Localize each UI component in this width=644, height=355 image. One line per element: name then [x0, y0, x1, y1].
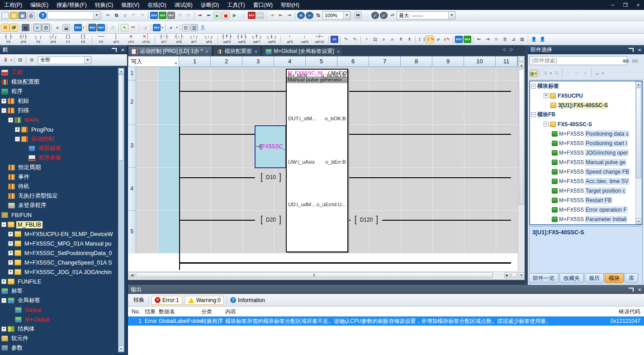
tree-item-事件[interactable]: 事件: [0, 172, 127, 182]
tree-item-M+FX5SSC_SetPositioningData_0[interactable]: +M+FX5SSC_SetPositioningData_0: [0, 248, 127, 258]
menu-item-7[interactable]: 诊断(D): [197, 0, 223, 10]
form-window-icon[interactable]: ⊡: [182, 24, 189, 31]
indent-left-icon[interactable]: ⇤: [475, 36, 483, 43]
module-fb-item[interactable]: M+FX5SSPositioning data s: [530, 129, 642, 138]
tree-item-M+FX5UCPU-EN_SLMP_DeviceW[interactable]: +M+FX5UCPU-EN_SLMP_DeviceW: [0, 229, 127, 239]
ladder-symbol-caF5[interactable]: ↓caF5: [297, 34, 312, 45]
ladder-symbol-aF7[interactable]: ┐↑┌aF7: [186, 34, 201, 45]
ladder-symbol-saF8[interactable]: ┐⇓┌saF8: [264, 34, 279, 45]
ladder-symbol-saF5[interactable]: ┤⇑├saF5: [219, 34, 234, 45]
information-filter-button[interactable]: ? Information: [230, 297, 265, 303]
ladder-symbol-saF6[interactable]: ┤⇓├saF6: [234, 34, 249, 45]
maximize-icon[interactable]: ❐: [621, 0, 630, 10]
module-folder-FX5-40SSC-S[interactable]: −FX5-40SSC-S: [530, 119, 642, 129]
menu-item-3[interactable]: 转换(C): [91, 0, 118, 10]
ladder-symbol-F9[interactable]: ──F9: [94, 34, 109, 45]
edit-coil-icon[interactable]: ✎: [351, 36, 359, 43]
tree-item-运动控制[interactable]: −运动控制: [0, 134, 127, 144]
close-tab-icon[interactable]: ×: [205, 49, 208, 54]
module-fb-item[interactable]: M+FX5SSManual pulse ge: [530, 157, 642, 167]
menu-item-4[interactable]: 视图(V): [117, 0, 143, 10]
expand-icon[interactable]: +: [1, 99, 6, 104]
pin-icon[interactable]: [112, 48, 117, 52]
output-col-3[interactable]: 分类: [201, 307, 212, 317]
scroll-down-icon[interactable]: ▼: [519, 272, 524, 278]
find-doc2-icon[interactable]: ⌕: [388, 36, 396, 43]
eraser-gray-icon[interactable]: ◪: [141, 24, 149, 31]
module-section-模块FB[interactable]: −模块FB: [530, 110, 642, 119]
st-inline-icon[interactable]: ST: [331, 36, 338, 43]
expand-icon[interactable]: +: [8, 241, 13, 246]
ladder-symbol-F6[interactable]: ┐ ┌F6: [31, 34, 46, 45]
menu-item-0[interactable]: 工程(P): [0, 0, 26, 10]
help-icon[interactable]: ?: [39, 12, 47, 19]
io-check-icon[interactable]: I/O: [129, 24, 137, 31]
ladder-symbol-F5[interactable]: ┤ ├F5: [1, 34, 16, 45]
parts-tab-部件一览[interactable]: 部件一览: [529, 273, 559, 283]
tree-item-MAIN[interactable]: −MAIN: [0, 115, 127, 125]
tree-item-FB-FUN[interactable]: FB/FUN: [0, 210, 127, 220]
device-eye-icon[interactable]: DEV: [153, 24, 161, 31]
find-settings-icon[interactable]: ⌕: [167, 24, 175, 31]
indent-right-icon[interactable]: ⇥: [484, 36, 492, 43]
document-tab-0[interactable]: 运动控制 [PRG] [LD] 1步 *×: [128, 46, 212, 56]
user-gray-icon[interactable]: 👤: [199, 24, 207, 31]
collapse-list-icon[interactable]: ⊟: [553, 70, 560, 77]
editor-horizontal-scrollbar[interactable]: ◀ ⦀ ▶: [128, 271, 518, 279]
module-fb-item[interactable]: M+FX5SSSpeed change FB: [530, 167, 642, 176]
device-gray-icon[interactable]: DEV: [256, 12, 264, 19]
check2-icon[interactable]: ✓: [380, 12, 388, 19]
note-edit-icon[interactable]: ✎: [121, 24, 128, 31]
device-red-icon[interactable]: DEV: [248, 12, 256, 19]
scroll-down-icon[interactable]: ▼: [118, 346, 124, 352]
doc-back-icon[interactable]: ⇤: [277, 12, 284, 19]
device-dropdown-icon[interactable]: DEV: [74, 24, 82, 31]
device-d20[interactable]: [D20]: [255, 215, 287, 225]
output-col-2[interactable]: 数据名: [159, 307, 175, 317]
tree-item-M+FX5SSC_ChangeSpeed_01A-S[interactable]: +M+FX5SSC_ChangeSpeed_01A S: [0, 258, 127, 267]
zoom-in-icon[interactable]: +: [297, 12, 305, 19]
align-right-icon[interactable]: ≣: [501, 36, 509, 43]
delete-x-icon[interactable]: ×: [582, 70, 589, 77]
favorite-star-icon[interactable]: ☆: [564, 70, 572, 77]
ladder-symbol-sF9[interactable]: │sF9: [109, 34, 123, 45]
menu-item-1[interactable]: 编辑(E): [26, 0, 52, 10]
step-gray-icon[interactable]: ▢: [363, 12, 370, 19]
output-col-1[interactable]: 结果: [145, 307, 156, 317]
tree-item-M_FBLIB[interactable]: −M_FBLIB: [0, 220, 127, 229]
nav-settings-gear-icon[interactable]: ⚙: [28, 57, 36, 64]
tree-item-标签[interactable]: 标签: [0, 286, 127, 296]
tree-item-未登录程序[interactable]: 未登录程序: [0, 201, 127, 210]
module-fb-item[interactable]: M+FX5SSJOG/inching oper: [530, 148, 642, 157]
branch-edit-icon[interactable]: ⋮✎: [426, 36, 434, 43]
monitor-run-icon[interactable]: ▶: [231, 12, 238, 19]
tree-item-M+FX5SSC_MPG_01A-Manual-pu[interactable]: +M+FX5SSC_MPG_01A Manual pu: [0, 239, 127, 248]
expand-icon[interactable]: +: [8, 270, 13, 275]
collapse-icon[interactable]: −: [15, 137, 20, 142]
module-chip-icon[interactable]: ▦: [22, 24, 29, 31]
menu-item-5[interactable]: 在线(O): [143, 0, 170, 10]
menu-item-10[interactable]: 帮助(H): [277, 0, 303, 10]
find-doc1-icon[interactable]: ⌕: [380, 36, 388, 43]
split-box[interactable]: [519, 57, 524, 62]
scroll-left-icon[interactable]: ◀: [129, 272, 135, 278]
collapse-all-icon[interactable]: ⊟: [16, 57, 24, 64]
check1-icon[interactable]: ✓: [371, 12, 379, 19]
redo-icon[interactable]: ↷: [138, 12, 146, 19]
panel-splitter[interactable]: [525, 45, 528, 285]
scroll-up-icon[interactable]: ▲: [118, 68, 124, 74]
expand-icon[interactable]: +: [1, 279, 6, 284]
ladder-symbol-caF10[interactable]: ─/─caF10: [312, 34, 327, 45]
tree-item-工程[interactable]: 工程: [0, 68, 127, 77]
expand-icon[interactable]: +: [8, 260, 13, 265]
tree-item-恒定周期[interactable]: 恒定周期: [0, 163, 127, 172]
expand-icon[interactable]: +: [8, 251, 13, 256]
menu-item-9[interactable]: 窗口(W): [249, 0, 277, 10]
device-monitor-icon[interactable]: DEV: [159, 12, 166, 19]
tree-item-M+Global[interactable]: M+Global: [0, 315, 127, 324]
menu-item-2[interactable]: 搜索/替换(F): [52, 0, 91, 10]
tree-item-M+FX5SSC_JOG_01A-JOG-inchin[interactable]: +M+FX5SSC_JOG_01A JOG/inchin: [0, 267, 127, 277]
scroll-right-icon[interactable]: ▶: [504, 272, 510, 278]
refresh-left-icon[interactable]: ⟲: [176, 12, 184, 19]
search-next-icon[interactable]: [631, 57, 639, 64]
